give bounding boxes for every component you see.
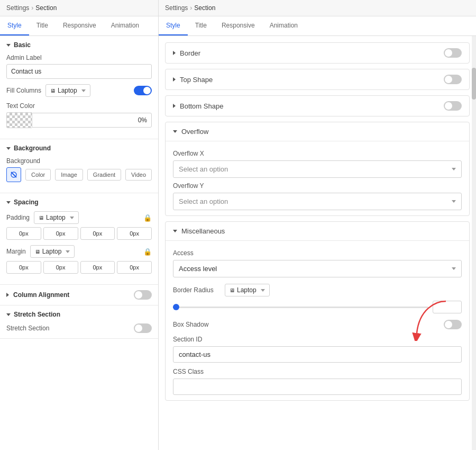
miscellaneous-card: Miscellaneous Access Access level Border…: [165, 221, 470, 401]
section-id-input[interactable]: [173, 346, 462, 363]
margin-left[interactable]: [117, 261, 152, 274]
spacing-section-title: Spacing: [14, 199, 39, 206]
background-section-title: Background: [14, 145, 51, 152]
border-header-left: Border: [173, 49, 200, 57]
right-tab-style[interactable]: Style: [159, 16, 188, 35]
padding-left[interactable]: [117, 227, 152, 240]
background-video-tab[interactable]: Video: [125, 169, 152, 181]
slider-thumb[interactable]: [173, 304, 179, 310]
padding-bottom[interactable]: [80, 227, 115, 240]
overflow-y-placeholder: Select an option: [179, 197, 228, 205]
background-label: Background: [6, 157, 152, 165]
bottom-shape-toggle[interactable]: [444, 101, 462, 111]
overflow-card: Overflow Overflow X Select an option Ove…: [165, 122, 470, 216]
left-tabs: Style Title Responsive Animation: [0, 16, 158, 36]
top-shape-toggle[interactable]: [444, 75, 462, 84]
column-alignment-section: Column Alignment: [0, 285, 158, 305]
bottom-shape-card-header[interactable]: Bottom Shape: [166, 96, 469, 116]
left-tab-responsive[interactable]: Responsive: [56, 16, 104, 35]
fill-columns-chevron: [81, 89, 86, 92]
basic-section-header[interactable]: Basic: [6, 41, 152, 49]
border-toggle[interactable]: [444, 48, 462, 58]
access-dropdown[interactable]: Access level: [173, 260, 462, 277]
border-radius-slider[interactable]: [173, 302, 428, 312]
spacing-section-header[interactable]: Spacing: [6, 199, 152, 206]
text-color-swatch[interactable]: [6, 112, 32, 128]
background-section: Background Background Color Image Gradie…: [0, 139, 158, 193]
left-tab-animation[interactable]: Animation: [104, 16, 147, 35]
left-panel-content: Basic Admin Label Fill Columns 🖥 Laptop …: [0, 36, 158, 450]
background-none-btn[interactable]: [6, 167, 21, 182]
top-shape-card-header[interactable]: Top Shape: [166, 69, 469, 89]
margin-monitor-icon: 🖥: [35, 249, 40, 255]
stretch-section-toggle[interactable]: [134, 323, 152, 333]
margin-lock-icon[interactable]: 🔒: [143, 248, 152, 256]
padding-row: Padding 🖥 Laptop 🔒: [6, 211, 152, 224]
left-panel: Settings › Section Style Title Responsiv…: [0, 0, 159, 450]
padding-label: Padding: [6, 214, 30, 221]
column-alignment-toggle[interactable]: [134, 290, 152, 300]
padding-device: Laptop: [46, 214, 66, 221]
border-radius-value-input[interactable]: [433, 301, 462, 313]
right-tab-responsive[interactable]: Responsive: [214, 16, 262, 35]
overflow-y-label: Overflow Y: [173, 182, 462, 190]
miscellaneous-card-header[interactable]: Miscellaneous: [166, 222, 469, 240]
admin-label-group: Admin Label: [6, 54, 152, 79]
admin-label-input[interactable]: [6, 64, 152, 79]
border-card: Border: [165, 42, 470, 64]
fill-columns-toggle[interactable]: [134, 86, 152, 95]
overflow-x-dropdown[interactable]: Select an option: [173, 160, 462, 178]
miscellaneous-title: Miscellaneous: [181, 227, 225, 235]
right-breadcrumb-parent[interactable]: Settings: [165, 4, 188, 12]
spacing-section: Spacing Padding 🖥 Laptop 🔒: [0, 193, 158, 285]
margin-top[interactable]: [6, 261, 41, 274]
right-tab-title[interactable]: Title: [188, 16, 214, 35]
border-radius-row: Border Radius 🖥 Laptop: [173, 284, 462, 296]
margin-device-dropdown[interactable]: 🖥 Laptop: [30, 245, 75, 258]
left-tab-title[interactable]: Title: [29, 16, 56, 35]
left-tab-style[interactable]: Style: [0, 16, 29, 35]
padding-right[interactable]: [43, 227, 78, 240]
padding-inputs: [6, 227, 152, 240]
box-shadow-row: Box Shadow: [173, 320, 462, 329]
css-class-container: CSS Class: [173, 368, 462, 395]
column-alignment-title[interactable]: Column Alignment: [13, 291, 69, 299]
border-radius-device-dropdown[interactable]: 🖥 Laptop: [225, 284, 270, 296]
fill-columns-dropdown[interactable]: 🖥 Laptop: [45, 84, 90, 97]
stretch-section-title: Stretch Section: [14, 311, 60, 318]
margin-right[interactable]: [43, 261, 78, 274]
spacing-arrow-icon: [6, 201, 11, 204]
text-color-value[interactable]: 0%: [32, 113, 152, 128]
left-breadcrumb-parent[interactable]: Settings: [6, 4, 29, 12]
slider-track: [173, 307, 428, 308]
miscellaneous-arrow-icon: [173, 230, 177, 232]
border-radius-label: Border Radius: [173, 286, 221, 294]
background-section-header[interactable]: Background: [6, 145, 152, 152]
border-card-header[interactable]: Border: [166, 43, 469, 63]
margin-bottom[interactable]: [80, 261, 115, 274]
background-color-tab[interactable]: Color: [25, 169, 51, 181]
section-id-container: Section ID: [173, 336, 462, 363]
padding-top[interactable]: [6, 227, 41, 240]
bottom-shape-arrow-icon: [173, 104, 176, 108]
overflow-card-header[interactable]: Overflow: [166, 122, 469, 141]
scrollbar-thumb[interactable]: [472, 68, 476, 100]
css-class-input[interactable]: [173, 379, 462, 395]
padding-device-dropdown[interactable]: 🖥 Laptop: [34, 211, 79, 224]
margin-row: Margin 🖥 Laptop 🔒: [6, 245, 152, 258]
margin-chevron: [66, 250, 70, 253]
background-image-tab[interactable]: Image: [55, 169, 83, 181]
right-tab-animation[interactable]: Animation: [262, 16, 305, 35]
overflow-y-dropdown[interactable]: Select an option: [173, 193, 462, 210]
right-tabs: Style Title Responsive Animation: [159, 16, 476, 36]
border-radius-monitor-icon: 🖥: [230, 287, 235, 293]
margin-label: Margin: [6, 248, 26, 255]
background-gradient-tab[interactable]: Gradient: [87, 169, 121, 181]
miscellaneous-header-left: Miscellaneous: [173, 227, 225, 235]
padding-lock-icon[interactable]: 🔒: [143, 214, 152, 222]
box-shadow-toggle[interactable]: [444, 320, 462, 329]
bottom-shape-header-left: Bottom Shape: [173, 102, 223, 110]
stretch-section-header[interactable]: Stretch Section: [6, 311, 152, 318]
admin-label-label: Admin Label: [6, 54, 152, 61]
miscellaneous-card-body: Access Access level Border Radius 🖥 Lapt…: [166, 240, 469, 400]
